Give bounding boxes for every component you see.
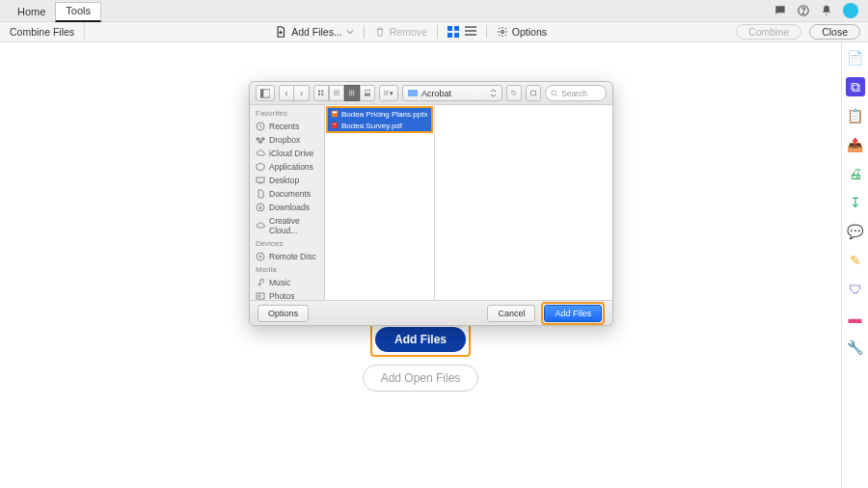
desktop-icon [256, 176, 265, 185]
thumbnail-view-button[interactable] [448, 26, 459, 38]
sidebar-item-icloud[interactable]: iCloud Drive [250, 147, 324, 160]
sidebar-item-applications[interactable]: Applications [250, 160, 324, 174]
add-open-files-button[interactable]: Add Open Files [363, 365, 479, 392]
chat-bubble-icon[interactable] [773, 4, 787, 17]
protect-icon[interactable]: 🛡 [846, 280, 865, 299]
svg-rect-24 [384, 91, 388, 94]
group-button[interactable]: ▾ [379, 85, 398, 101]
svg-line-28 [556, 95, 558, 96]
more-tools-icon[interactable]: 🔧 [846, 338, 865, 357]
chevron-down-icon [346, 28, 354, 36]
disc-icon [256, 252, 265, 261]
sidebar-item-desktop[interactable]: Desktop [250, 174, 324, 187]
dialog-options-button[interactable]: Options [258, 305, 309, 322]
redact-icon[interactable]: ▬ [846, 309, 865, 328]
file-preview-column [435, 105, 612, 300]
sidebar-item-remote-disc[interactable]: Remote Disc [250, 250, 324, 263]
tab-home[interactable]: Home [8, 4, 55, 21]
sidebar-item-downloads[interactable]: Downloads [250, 201, 324, 214]
add-files-menu-button[interactable]: Add Files... [274, 25, 354, 39]
dropbox-icon [256, 135, 265, 145]
combine-toolbar: Combine Files Add Files... Remove Option… [0, 21, 868, 42]
file-item[interactable]: Bodea Pricing Plans.pptx [328, 108, 431, 120]
sidebar-toggle-button[interactable] [256, 85, 275, 101]
divider [364, 25, 365, 39]
photos-icon [256, 291, 265, 300]
cloud-icon [256, 149, 265, 158]
highlight-dialog-add-files: Add Files [541, 302, 605, 325]
bell-icon[interactable] [820, 4, 833, 17]
scan-icon[interactable]: 🖨 [846, 164, 865, 183]
sidebar-item-recents[interactable]: Recents [250, 120, 324, 133]
svg-point-1 [803, 13, 804, 14]
sign-icon[interactable]: ✎ [846, 251, 865, 270]
location-dropdown[interactable]: Acrobat [402, 85, 502, 101]
creative-cloud-icon [256, 221, 265, 230]
svg-rect-23 [365, 95, 370, 96]
view-icons-button[interactable] [313, 85, 329, 101]
svg-point-9 [501, 31, 503, 34]
presentation-file-icon [331, 110, 339, 118]
svg-rect-26 [531, 91, 536, 95]
organize-icon[interactable]: ↧ [846, 193, 865, 212]
tools-rail: 📄⧉📋📤🖨↧💬✎🛡▬🔧 [841, 42, 868, 488]
highlight-add-files: Add Files [370, 322, 471, 357]
sidebar-item-documents[interactable]: Documents [250, 187, 324, 201]
svg-rect-12 [318, 91, 320, 93]
sidebar-section-devices: Devices [250, 237, 324, 250]
svg-rect-30 [257, 177, 264, 182]
music-icon [256, 278, 265, 287]
sidebar-item-creative-cloud[interactable]: Creative Cloud... [250, 214, 324, 237]
options-button[interactable]: Options [497, 26, 547, 38]
close-button[interactable]: Close [809, 24, 860, 40]
combine-button: Combine [736, 24, 801, 40]
export-icon[interactable]: 📤 [846, 135, 865, 154]
top-tab-bar: Home Tools [0, 0, 868, 21]
action-menu-button[interactable] [526, 85, 541, 101]
search-input[interactable]: Search [545, 85, 607, 101]
add-files-button[interactable]: Add Files [375, 327, 466, 352]
pdf-file-icon [331, 122, 339, 129]
sidebar-item-photos[interactable]: Photos [250, 289, 324, 300]
svg-point-27 [552, 90, 556, 95]
dropdown-arrows-icon [490, 89, 497, 97]
svg-rect-13 [321, 91, 323, 93]
nav-back-button[interactable]: ‹ [279, 85, 294, 101]
tag-button[interactable] [506, 85, 522, 101]
list-view-button[interactable] [465, 25, 476, 39]
file-dialog-toolbar: ‹ › ▾ Ac [250, 82, 612, 105]
comment-icon[interactable]: 💬 [846, 222, 865, 241]
svg-rect-14 [318, 94, 320, 95]
create-pdf-icon[interactable]: 📄 [846, 48, 865, 68]
view-columns-button[interactable] [344, 85, 360, 101]
file-dialog-sidebar: Favorites Recents Dropbox iCloud Drive A… [250, 105, 325, 300]
file-list-column: Bodea Pricing Plans.pptx Bodea Survey.pd… [325, 105, 435, 300]
svg-rect-2 [448, 26, 452, 31]
combine-files-icon[interactable]: ⧉ [846, 77, 865, 96]
dialog-cancel-button[interactable]: Cancel [487, 305, 535, 322]
divider [486, 25, 487, 39]
file-item[interactable]: Bodea Survey.pdf [328, 120, 431, 131]
svg-rect-22 [365, 91, 370, 94]
svg-rect-40 [333, 123, 336, 124]
svg-rect-15 [321, 94, 323, 95]
remove-button: Remove [374, 26, 427, 38]
nav-forward-button[interactable]: › [294, 85, 310, 101]
sidebar-item-music[interactable]: Music [250, 276, 324, 289]
sidebar-section-favorites: Favorites [250, 107, 324, 120]
help-icon[interactable] [797, 4, 810, 17]
user-avatar[interactable] [843, 3, 858, 18]
view-list-button[interactable] [329, 85, 344, 101]
svg-rect-38 [333, 112, 338, 114]
clock-icon [256, 122, 265, 131]
view-gallery-button[interactable] [360, 85, 375, 101]
form-icon[interactable]: 📋 [846, 106, 865, 125]
tab-tools[interactable]: Tools [55, 2, 101, 22]
file-dialog: ‹ › ▾ Ac [249, 81, 613, 326]
file-dialog-footer: Options Cancel Add Files [250, 300, 612, 325]
svg-rect-3 [454, 26, 459, 31]
tool-title: Combine Files [0, 22, 85, 41]
dialog-add-files-button[interactable]: Add Files [544, 305, 602, 322]
sidebar-item-dropbox[interactable]: Dropbox [250, 133, 324, 147]
stage: Add Files Add Open Files ‹ › [0, 42, 868, 488]
